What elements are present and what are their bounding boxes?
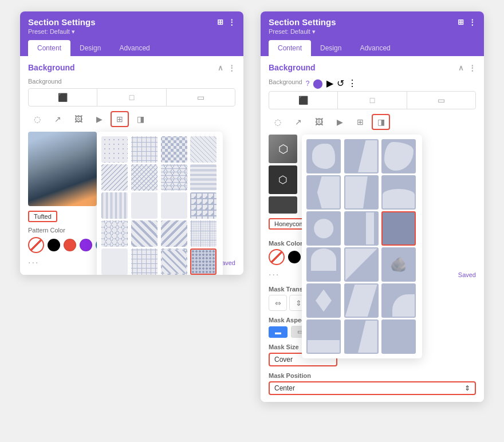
pattern-boxes[interactable]: [190, 220, 216, 247]
mask-plain[interactable]: [381, 319, 416, 354]
right-tabs: Content Design Advanced: [269, 40, 476, 56]
pattern-wave[interactable]: [131, 192, 158, 219]
left-color-purple[interactable]: [80, 239, 92, 251]
right-position-chevron: ⇕: [464, 384, 470, 392]
tab-design-left[interactable]: Design: [70, 40, 110, 56]
pattern-trellis[interactable]: [190, 192, 216, 219]
right-bg-sub-pattern[interactable]: ⊞: [351, 114, 369, 130]
left-panel-title: Section Settings ⊞ ⋮: [28, 17, 235, 27]
right-mask-position-input[interactable]: Center ⇕: [269, 381, 476, 395]
right-dots-icon[interactable]: ⋮: [468, 18, 476, 26]
mask-circle-cutout[interactable]: [306, 211, 341, 246]
right-bg-sub-photo[interactable]: 🖼: [310, 114, 328, 130]
right-help-icon[interactable]: ?: [306, 80, 310, 88]
bg-type-image[interactable]: ▭: [167, 89, 235, 106]
mask-honeycomb-selected[interactable]: [381, 211, 416, 246]
left-background-title: Background ∧ ⋮: [28, 63, 235, 72]
right-settings-icon[interactable]: ⋮: [468, 64, 476, 72]
pattern-stripe-thick[interactable]: [131, 220, 158, 247]
mask-splash[interactable]: [306, 283, 341, 318]
right-more-icon[interactable]: ⋮: [348, 78, 357, 89]
pattern-grid3d[interactable]: [161, 164, 187, 191]
right-undo-icon[interactable]: ↺: [337, 78, 344, 89]
pattern-dots[interactable]: [101, 136, 128, 163]
tab-design-right[interactable]: Design: [311, 40, 351, 56]
right-color-icon[interactable]: ⬤: [313, 78, 323, 89]
left-pattern-badge[interactable]: Tufted: [28, 211, 57, 222]
left-color-red[interactable]: [64, 239, 76, 251]
bg-sub-photo[interactable]: 🖼: [69, 111, 88, 127]
right-saved-dots[interactable]: ···: [269, 270, 279, 280]
right-bg-sub-video[interactable]: ▶: [330, 114, 349, 130]
right-saved-text: Saved: [458, 271, 476, 278]
right-bg-sub-arrow[interactable]: ↗: [289, 114, 308, 130]
mask-stones[interactable]: [381, 247, 416, 282]
bg-sub-mask[interactable]: ◨: [131, 111, 149, 127]
pattern-zigzag[interactable]: [101, 220, 128, 247]
bg-sub-video[interactable]: ▶: [90, 111, 108, 127]
pattern-honeycomb-sm[interactable]: [161, 192, 187, 219]
pattern-chevron[interactable]: [161, 248, 187, 275]
right-collapse-icon[interactable]: ∧: [458, 64, 464, 72]
right-panel: Section Settings ⊞ ⋮ Preset: Default ▾ C…: [261, 11, 484, 402]
right-bg-type-color[interactable]: ⬛: [269, 92, 338, 109]
right-color-black[interactable]: [288, 251, 301, 263]
pattern-floral[interactable]: [101, 248, 128, 275]
pattern-cross2[interactable]: [131, 248, 158, 275]
pattern-hatch[interactable]: [190, 164, 216, 191]
mask-corner-curve[interactable]: [381, 283, 416, 318]
pattern-diag[interactable]: [190, 136, 216, 163]
pattern-stripe-thick2[interactable]: [161, 220, 187, 247]
settings-icon[interactable]: ⋮: [228, 64, 235, 72]
right-bg-type-gradient[interactable]: □: [338, 92, 407, 109]
pattern-cross[interactable]: [131, 136, 158, 163]
right-bg-sub-nocolor[interactable]: ◌: [269, 114, 287, 130]
left-preset-label: Preset: Default ▾: [28, 28, 235, 35]
bg-type-gradient[interactable]: □: [97, 89, 166, 106]
pattern-hatch2[interactable]: [101, 192, 128, 219]
tab-advanced-right[interactable]: Advanced: [351, 40, 399, 56]
mask-chevron-r[interactable]: [306, 175, 341, 210]
right-bg-type-image[interactable]: ▭: [407, 92, 475, 109]
copy-icon[interactable]: ⊞: [217, 18, 223, 26]
left-color-black[interactable]: [48, 239, 60, 251]
mask-tall-right[interactable]: [344, 211, 379, 246]
mask-corner1[interactable]: [344, 139, 379, 173]
mask-transform-flip-h[interactable]: ⇔: [269, 295, 287, 311]
mask-stripe-diag[interactable]: [344, 283, 379, 318]
left-saved-dots[interactable]: ···: [28, 258, 39, 268]
mask-arch[interactable]: [306, 247, 341, 282]
tab-content-left[interactable]: Content: [28, 40, 70, 56]
right-background-title: Background ∧ ⋮: [269, 63, 476, 72]
bg-sub-nocolor[interactable]: ◌: [28, 111, 46, 127]
mask-bottom-wave[interactable]: [306, 319, 341, 354]
right-bg-sub-mask[interactable]: ◨: [372, 114, 390, 130]
bg-sub-arrow[interactable]: ↗: [49, 111, 67, 127]
mask-corner1b[interactable]: [344, 319, 379, 354]
pattern-checker[interactable]: [161, 136, 187, 163]
mask-blob1[interactable]: [306, 139, 341, 173]
aspect-btn-landscape[interactable]: ▬: [269, 326, 288, 338]
left-color-transparent[interactable]: [28, 237, 44, 253]
right-color-transparent[interactable]: [269, 249, 285, 265]
mask-wave2[interactable]: [381, 175, 416, 210]
right-pointer-icon[interactable]: ▶: [326, 78, 333, 89]
left-tabs: Content Design Advanced: [28, 40, 235, 56]
mask-corner2[interactable]: [344, 175, 379, 210]
dots-icon[interactable]: ⋮: [228, 18, 235, 26]
right-copy-icon[interactable]: ⊞: [458, 18, 464, 26]
mask-organic[interactable]: [381, 139, 416, 173]
collapse-icon[interactable]: ∧: [218, 64, 223, 72]
right-title-text: Section Settings: [269, 17, 336, 27]
pattern-diamond[interactable]: [131, 164, 158, 191]
pattern-selected[interactable]: [190, 248, 216, 275]
bg-sub-pattern[interactable]: ⊞: [111, 111, 129, 127]
bg-type-color[interactable]: ⬛: [29, 89, 97, 106]
tab-advanced-left[interactable]: Advanced: [110, 40, 159, 56]
thumb-dark: ⬡: [269, 165, 297, 194]
pattern-diag2[interactable]: [101, 164, 128, 191]
tab-content-right[interactable]: Content: [269, 40, 311, 56]
right-preview-thumbs: ⬡ ⬡: [269, 135, 297, 214]
mask-diagonal[interactable]: [344, 247, 379, 282]
thumb-hexagon: ⬡: [269, 135, 297, 163]
